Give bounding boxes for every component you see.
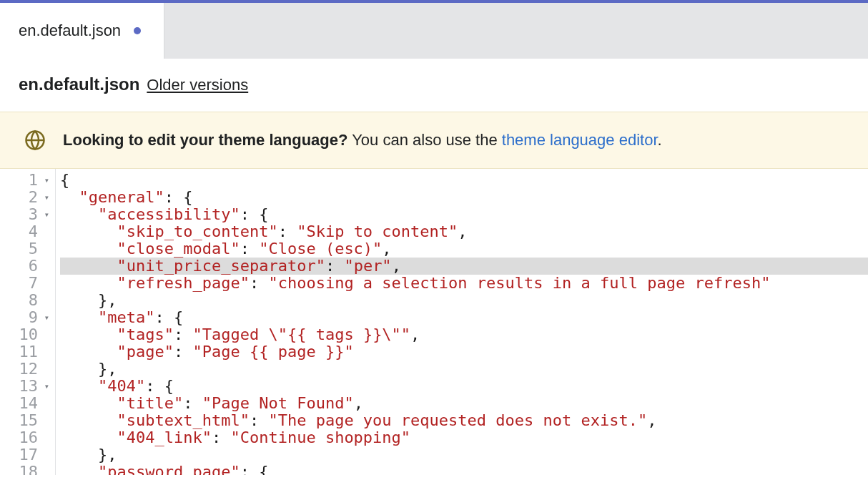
line-number: 8 <box>0 292 54 309</box>
code-line[interactable]: "title": "Page Not Found", <box>60 395 868 412</box>
line-number: 9▾ <box>0 309 54 326</box>
line-number: 11 <box>0 343 54 361</box>
line-number: 17 <box>0 446 54 464</box>
code-line[interactable]: "meta": { <box>60 309 868 326</box>
code-line[interactable]: "page": "Page {{ page }}" <box>60 343 868 361</box>
code-line[interactable]: "404_link": "Continue shopping" <box>60 429 868 446</box>
banner-bold: Looking to edit your theme language? <box>63 131 347 149</box>
unsaved-dot-icon <box>134 27 141 34</box>
code-line[interactable]: "close_modal": "Close (esc)", <box>60 240 868 258</box>
line-number: 16 <box>0 429 54 446</box>
code-line[interactable]: "subtext_html": "The page you requested … <box>60 412 868 429</box>
code-line[interactable]: "password_page": { <box>60 464 868 475</box>
line-number: 15 <box>0 412 54 429</box>
line-number: 10 <box>0 326 54 343</box>
line-number: 5 <box>0 240 54 258</box>
line-number: 13▾ <box>0 378 54 395</box>
theme-language-editor-link[interactable]: theme language editor <box>502 131 658 149</box>
tab-bar: en.default.json <box>0 0 868 59</box>
code-line[interactable]: "unit_price_separator": "per", <box>60 258 868 275</box>
info-banner: Looking to edit your theme language? You… <box>0 112 868 169</box>
file-tab[interactable]: en.default.json <box>0 3 164 59</box>
globe-icon <box>24 129 46 151</box>
tab-filename: en.default.json <box>19 21 121 40</box>
banner-tail: . <box>658 131 662 149</box>
code-editor[interactable]: 1▾2▾3▾456789▾10111213▾1415161718 { "gene… <box>0 169 868 475</box>
line-number: 1▾ <box>0 172 54 189</box>
code-line[interactable]: "skip_to_content": "Skip to content", <box>60 223 868 240</box>
code-line[interactable]: "general": { <box>60 189 868 206</box>
code-line[interactable]: "404": { <box>60 378 868 395</box>
code-line[interactable]: "accessibility": { <box>60 206 868 223</box>
line-number: 18 <box>0 464 54 475</box>
line-number: 6 <box>0 258 54 275</box>
line-number: 3▾ <box>0 206 54 223</box>
code-line[interactable]: }, <box>60 292 868 309</box>
banner-rest: You can also use the <box>347 131 501 149</box>
code-area[interactable]: { "general": { "accessibility": { "skip_… <box>56 169 868 475</box>
file-title: en.default.json <box>19 74 139 94</box>
line-number: 4 <box>0 223 54 240</box>
code-line[interactable]: }, <box>60 361 868 378</box>
older-versions-link[interactable]: Older versions <box>147 76 248 94</box>
line-number: 2▾ <box>0 189 54 206</box>
line-number: 7 <box>0 275 54 292</box>
banner-text: Looking to edit your theme language? You… <box>63 131 662 150</box>
code-line[interactable]: "refresh_page": "choosing a selection re… <box>60 275 868 292</box>
file-title-row: en.default.json Older versions <box>0 59 868 112</box>
code-line[interactable]: }, <box>60 446 868 464</box>
code-line[interactable]: { <box>60 172 868 189</box>
line-number: 14 <box>0 395 54 412</box>
line-number-gutter: 1▾2▾3▾456789▾10111213▾1415161718 <box>0 169 56 475</box>
line-number: 12 <box>0 361 54 378</box>
code-line[interactable]: "tags": "Tagged \"{{ tags }}\"", <box>60 326 868 343</box>
